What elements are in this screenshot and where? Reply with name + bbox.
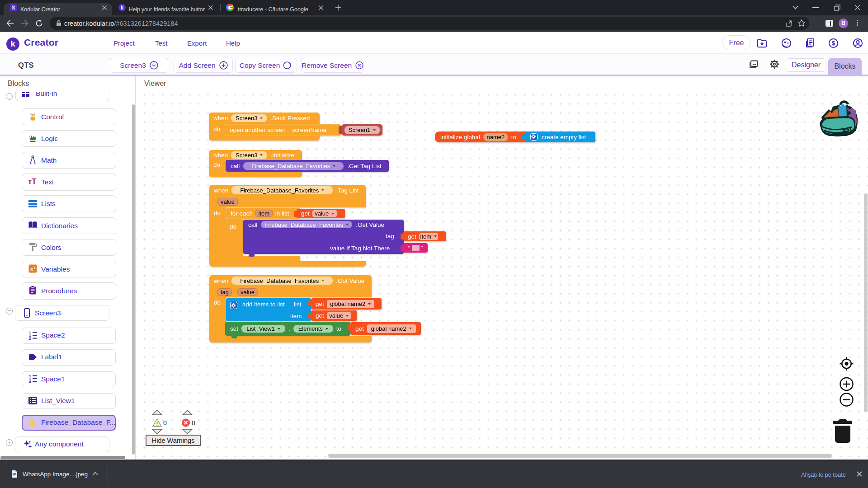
svg-text:0: 0 xyxy=(192,419,195,427)
svg-text:$: $ xyxy=(832,40,835,47)
svg-text:0: 0 xyxy=(163,419,167,427)
svg-text:y: y xyxy=(33,265,36,269)
svg-text:x: x xyxy=(30,266,33,272)
